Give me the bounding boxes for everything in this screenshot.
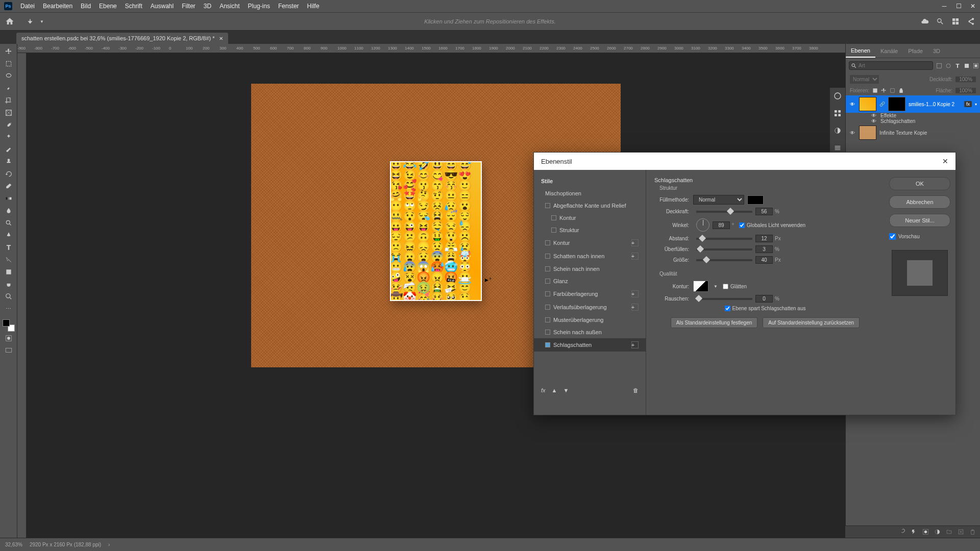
filter-image-icon[interactable] [936, 63, 942, 69]
path-tool[interactable] [2, 254, 15, 265]
fx-chevron-icon[interactable]: ▾ [975, 102, 977, 107]
size-input[interactable] [755, 256, 773, 264]
tab-3d[interactable]: 3D [928, 44, 945, 58]
tab-kanaele[interactable]: Kanäle [875, 44, 903, 58]
color-panel-icon[interactable] [834, 92, 842, 100]
trash-icon[interactable]: 🗑 [633, 387, 639, 393]
style-drop-shadow[interactable]: Schlagschatten+ [534, 338, 646, 352]
tab-close-icon[interactable]: ✕ [219, 36, 223, 41]
tab-pfade[interactable]: Pfade [903, 44, 928, 58]
mask-icon[interactable] [922, 529, 929, 535]
wand-tool[interactable] [2, 83, 15, 94]
knockout-checkbox[interactable]: Ebene spart Schlagschatten aus [725, 306, 806, 311]
screenmode-tool[interactable] [2, 345, 15, 356]
minimize-icon[interactable]: ─ [941, 3, 947, 10]
visibility-icon[interactable]: 👁 [849, 130, 856, 136]
adjustments-panel-icon[interactable] [834, 127, 842, 135]
menu-ebene[interactable]: Ebene [99, 3, 117, 10]
filter-adjust-icon[interactable] [945, 63, 951, 69]
edit-toolbar[interactable]: ⋯ [2, 303, 15, 314]
link-layers-icon[interactable] [899, 529, 905, 535]
filter-smart-icon[interactable] [973, 63, 979, 69]
brush-tool[interactable] [2, 144, 15, 155]
doc-dimensions[interactable]: 2920 Px x 2160 Px (182,88 ppi) [30, 542, 101, 547]
foreground-swatch[interactable] [3, 319, 10, 327]
style-outer-glow[interactable]: Schein nach außen [534, 326, 646, 338]
gradient-tool[interactable] [2, 193, 15, 204]
contour-dropdown-icon[interactable]: ▼ [714, 284, 718, 289]
share-icon[interactable] [967, 17, 975, 26]
noise-input[interactable] [755, 295, 773, 303]
blur-tool[interactable] [2, 205, 15, 216]
workspace-icon[interactable] [951, 17, 960, 26]
ruler-horizontal[interactable]: -900-800-700-600-500-400-300-200-1000100… [17, 44, 845, 53]
dodge-tool[interactable] [2, 217, 15, 229]
move-tool[interactable] [2, 46, 15, 57]
filter-shape-icon[interactable] [964, 63, 970, 69]
layer-effects-header[interactable]: 👁 Effekte [846, 113, 980, 118]
frame-tool[interactable] [2, 107, 15, 118]
add-icon[interactable]: + [631, 290, 639, 297]
style-bevel-contour[interactable]: Kontur [534, 212, 646, 224]
blending-options[interactable]: Mischoptionen [534, 187, 646, 199]
menu-auswahl[interactable]: Auswahl [151, 3, 174, 10]
visibility-icon[interactable]: 👁 [870, 113, 877, 118]
group-icon[interactable] [946, 529, 952, 535]
fx-icon[interactable] [911, 529, 917, 535]
layer-name[interactable]: smilies-1...0 Kopie 2 [909, 102, 954, 107]
opacity-slider[interactable] [696, 211, 752, 213]
shadow-color-swatch[interactable] [747, 195, 764, 205]
cancel-button[interactable]: Abbrechen [889, 195, 950, 209]
zoom-tool[interactable] [2, 291, 15, 302]
color-swatches[interactable] [3, 319, 15, 332]
lock-pixels-icon[interactable] [872, 88, 878, 93]
layer-thumbnail[interactable] [859, 126, 876, 140]
new-style-button[interactable]: Neuer Stil... [889, 214, 950, 227]
layer-row-smilies[interactable]: 👁 🔗 smilies-1...0 Kopie 2 fx ▾ [846, 95, 980, 113]
menu-schrift[interactable]: Schrift [125, 3, 142, 10]
layer-search-input[interactable] [849, 61, 933, 70]
menu-3d[interactable]: 3D [204, 3, 211, 10]
reset-default-button[interactable]: Auf Standardeinstellung zurücksetzen [763, 317, 860, 328]
style-color-overlay[interactable]: Farbüberlagerung+ [534, 287, 646, 300]
quickmask-tool[interactable] [2, 333, 15, 344]
dialog-titlebar[interactable]: Ebenenstil ✕ [534, 153, 955, 170]
crop-tool[interactable] [2, 95, 15, 106]
style-satin[interactable]: Glanz [534, 275, 646, 287]
type-tool[interactable] [2, 242, 15, 253]
eraser-tool[interactable] [2, 181, 15, 192]
spread-slider[interactable] [696, 248, 752, 251]
delete-icon[interactable] [969, 529, 976, 535]
angle-dial[interactable] [696, 218, 709, 232]
style-stroke[interactable]: Kontur+ [534, 236, 646, 249]
menu-bearbeiten[interactable]: Bearbeiten [43, 3, 72, 10]
preview-checkbox[interactable]: Vorschau [889, 233, 950, 240]
fx-menu-icon[interactable]: fx [541, 387, 546, 393]
visibility-icon[interactable]: 👁 [870, 118, 877, 124]
opacity-input[interactable] [955, 77, 976, 82]
document-tab[interactable]: schatten erstellen.psdc bei 32,6% (smili… [16, 33, 228, 44]
heal-tool[interactable] [2, 132, 15, 143]
adjustment-icon[interactable] [934, 529, 941, 535]
noise-slider[interactable] [696, 298, 752, 300]
menu-plugins[interactable]: Plug-ins [248, 3, 270, 10]
add-icon[interactable]: + [631, 304, 639, 311]
lock-position-icon[interactable] [881, 88, 887, 93]
shape-tool[interactable] [2, 266, 15, 278]
style-gradient-overlay[interactable]: Verlaufsüberlagerung+ [534, 300, 646, 314]
history-brush-tool[interactable] [2, 168, 15, 180]
size-slider[interactable] [696, 259, 752, 261]
maximize-icon[interactable]: ☐ [955, 3, 962, 10]
spread-input[interactable] [755, 245, 773, 253]
make-default-button[interactable]: Als Standardeinstellung festlegen [671, 317, 757, 328]
fill-input[interactable] [955, 88, 976, 93]
move-tool-icon[interactable] [26, 17, 35, 26]
angle-input[interactable] [713, 221, 730, 229]
lasso-tool[interactable] [2, 70, 15, 82]
eyedropper-tool[interactable] [2, 119, 15, 131]
style-inner-shadow[interactable]: Schatten nach innen+ [534, 249, 646, 263]
layer-name[interactable]: Infinite Texture Kopie [879, 130, 927, 136]
filter-type-icon[interactable] [954, 63, 961, 69]
hand-tool[interactable] [2, 279, 15, 290]
style-pattern-overlay[interactable]: Musterüberlagerung [534, 314, 646, 326]
